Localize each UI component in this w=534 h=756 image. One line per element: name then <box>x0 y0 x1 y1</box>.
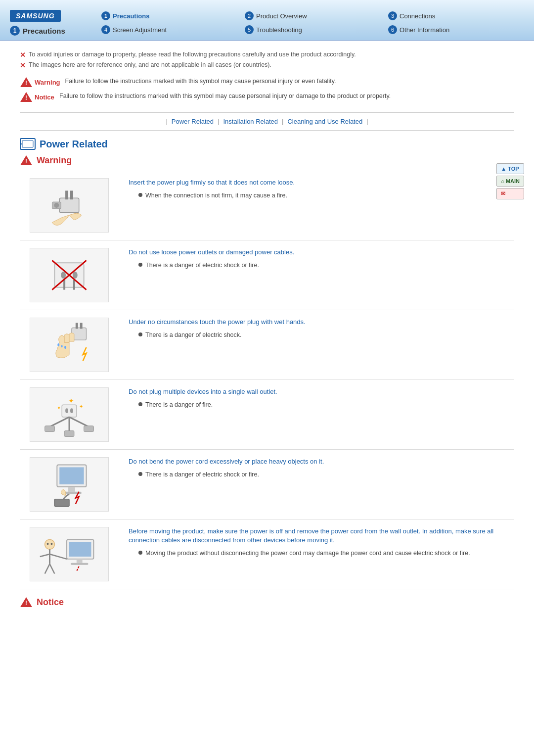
top-arrow-icon: ▲ <box>501 166 506 172</box>
power-warning-label: Warning <box>37 155 72 166</box>
item-3-bullet-text: There is a danger of electric shock. <box>145 331 242 340</box>
item-2-bullet: There is a danger of electric shock or f… <box>138 261 509 270</box>
warning-badge: ! Warning <box>20 77 60 88</box>
svg-line-30 <box>50 417 70 427</box>
svg-line-54 <box>45 564 50 574</box>
bullet-dot <box>138 332 142 336</box>
item-4-illustration: ✦ ✦ ✦ <box>30 387 109 442</box>
installation-related-link[interactable]: Installation Related <box>219 118 282 125</box>
item-3-image-cell <box>20 310 119 380</box>
top-button[interactable]: ▲ TOP <box>496 163 524 174</box>
nav-left-panel: SAMSUNG 1 Precautions <box>10 5 99 41</box>
power-warning-icon: ! <box>20 155 33 166</box>
warning-box: ! Warning Failure to follow the instruct… <box>20 77 514 88</box>
nav-label-1: Precautions <box>113 12 149 20</box>
main-button[interactable]: ⌂ MAIN <box>496 176 524 187</box>
item-6-bullet-text: Moving the product without disconnecting… <box>145 549 470 558</box>
item-4-text-cell: Do not plug multiple devices into a sing… <box>119 380 514 450</box>
nav-item-precautions[interactable]: 1 Precautions <box>99 10 237 22</box>
bullet-dot <box>138 193 142 197</box>
nav-label-4: Screen Adjustment <box>113 26 167 34</box>
table-row: ✦ ✦ ✦ Do not plug multiple devices into … <box>20 380 514 450</box>
email-button[interactable]: ✉ <box>496 188 524 199</box>
item-3-illustration <box>30 318 109 372</box>
notice-text: Failure to follow the instructions marke… <box>59 92 391 101</box>
svg-line-53 <box>40 554 50 557</box>
item-6-title: Before moving the product, make sure the… <box>129 527 509 545</box>
svg-rect-34 <box>64 431 74 437</box>
svg-point-48 <box>45 539 55 549</box>
svg-rect-43 <box>54 499 69 507</box>
power-warning-subheading: ! Warning <box>20 155 514 166</box>
item-4-title: Do not plug multiple devices into a sing… <box>129 387 509 396</box>
item-6-text-cell: Before moving the product, make sure the… <box>119 520 514 589</box>
svg-rect-33 <box>45 426 55 432</box>
wet-hands-illustration <box>30 318 108 372</box>
notice-bottom-label: Notice <box>37 597 64 608</box>
table-row: Do not bend the power cord excessively o… <box>20 450 514 520</box>
svg-point-24 <box>57 343 59 346</box>
x-mark-icon-2: ✕ <box>20 61 26 69</box>
item-2-bullet-text: There is a danger of electric shock or f… <box>145 261 259 270</box>
svg-line-55 <box>50 564 55 574</box>
nav-item-troubleshooting[interactable]: 5 Troubleshooting <box>242 24 381 36</box>
warning-text: Failure to follow the instructions marke… <box>65 77 336 86</box>
cleaning-related-link[interactable]: Cleaning and Use Related <box>283 118 366 125</box>
item-1-image-cell <box>20 171 119 240</box>
nav-item-other-info[interactable]: 6 Other Information <box>386 24 524 36</box>
bullet-dot <box>138 551 142 555</box>
item-5-title: Do not bend the power cord excessively o… <box>129 457 509 466</box>
item-6-image-cell <box>20 520 119 589</box>
item-3-title: Under no circumstances touch the power p… <box>129 318 509 327</box>
nav-num-5: 5 <box>245 25 254 34</box>
nav-num-3: 3 <box>388 11 397 20</box>
item-5-text-cell: Do not bend the power cord excessively o… <box>119 450 514 520</box>
nav-item-connections[interactable]: 3 Connections <box>386 10 524 22</box>
item-5-bullet-text: There is a danger of electric shock or f… <box>145 470 259 479</box>
notice-bottom-icon: ! <box>20 597 33 608</box>
svg-rect-17 <box>63 280 65 290</box>
nav-links-grid: 1 Precautions 2 Product Overview 3 Conne… <box>99 6 524 40</box>
notice-badge: ! Notice <box>20 92 54 102</box>
nav-label-3: Connections <box>400 12 435 20</box>
svg-point-29 <box>70 408 73 413</box>
svg-rect-27 <box>62 405 77 417</box>
item-1-illustration <box>30 178 109 233</box>
nav-item-screen-adjustment[interactable]: 4 Screen Adjustment <box>99 24 237 36</box>
nav-num-2: 2 <box>245 11 254 20</box>
svg-rect-23 <box>80 323 83 329</box>
section-number-badge: 1 <box>10 26 20 36</box>
main-content: ✕ To avoid injuries or damage to propert… <box>0 41 534 620</box>
bullet-dot <box>138 263 142 267</box>
svg-rect-41 <box>68 487 75 492</box>
svg-rect-47 <box>71 563 89 565</box>
item-1-bullet-text: When the connection is not firm, it may … <box>145 191 287 200</box>
svg-rect-5 <box>22 141 33 147</box>
power-related-section-icon <box>20 138 36 150</box>
power-related-title: Power Related <box>40 139 108 150</box>
svg-line-52 <box>50 554 67 559</box>
table-row: Do not use loose power outlets or damage… <box>20 240 514 310</box>
intro-note-2: ✕ The images here are for reference only… <box>20 61 514 69</box>
svg-text:!: ! <box>25 157 27 165</box>
intro-notes: ✕ To avoid injuries or damage to propert… <box>20 51 514 69</box>
svg-text:✦: ✦ <box>79 404 83 409</box>
item-2-title: Do not use loose power outlets or damage… <box>129 248 509 257</box>
item-5-image-cell <box>20 450 119 520</box>
item-1-text-cell: Insert the power plug firmly so that it … <box>119 171 514 240</box>
nav-label-5: Troubleshooting <box>256 26 302 34</box>
svg-point-50 <box>50 543 52 545</box>
nav-item-product-overview[interactable]: 2 Product Overview <box>242 10 381 22</box>
svg-rect-9 <box>59 198 79 213</box>
power-related-link[interactable]: Power Related <box>168 118 218 125</box>
nav-label-2: Product Overview <box>256 12 307 20</box>
moving-product-illustration <box>30 527 108 581</box>
current-section-title: 1 Precautions <box>10 26 99 36</box>
notice-label: Notice <box>35 94 54 101</box>
warning-notice-boxes: ! Warning Failure to follow the instruct… <box>20 77 514 102</box>
main-button-label: MAIN <box>506 178 520 184</box>
x-mark-icon-1: ✕ <box>20 51 26 59</box>
item-1-bullet: When the connection is not firm, it may … <box>138 191 509 200</box>
section-divider: | Power Related | Installation Related |… <box>20 112 514 131</box>
svg-text:!: ! <box>25 94 27 101</box>
